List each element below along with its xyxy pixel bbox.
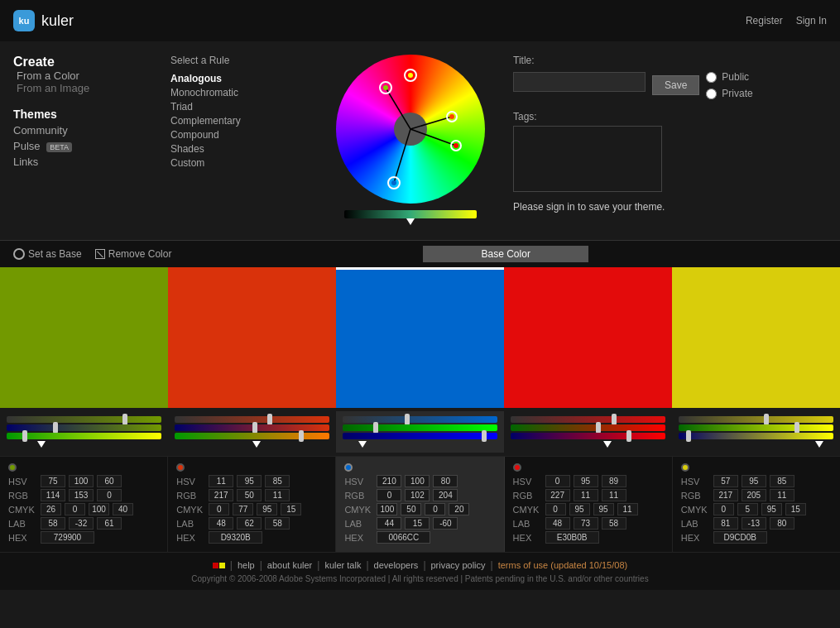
kuler-talk-link[interactable]: kuler talk xyxy=(324,560,361,570)
rgb-g-0[interactable] xyxy=(69,489,94,501)
rule-monochromatic[interactable]: Monochromatic xyxy=(170,87,328,98)
rule-custom[interactable]: Custom xyxy=(170,157,328,169)
rgb-b-0[interactable] xyxy=(97,489,122,501)
hsv-row-1: HSV xyxy=(176,475,327,487)
hsv-v-0[interactable] xyxy=(97,475,122,487)
color-selector-2[interactable] xyxy=(344,463,353,472)
terms-link[interactable]: terms of use (updated 10/15/08) xyxy=(498,560,628,570)
public-label: Public xyxy=(722,71,749,83)
hsv-row-0: HSV xyxy=(8,475,159,487)
svg-line-2 xyxy=(410,129,456,146)
lab-row-0: LAB xyxy=(8,517,159,530)
privacy-link[interactable]: privacy policy xyxy=(431,560,486,570)
wheel-panel xyxy=(328,55,493,227)
color-info-0: HSV RGB CMYK LAB HEX xyxy=(0,457,168,552)
swatch-1[interactable] xyxy=(168,267,336,408)
hsv-s-0[interactable] xyxy=(69,475,94,487)
footer-links: | help | about kuler | kuler talk | deve… xyxy=(13,559,827,571)
swatch-sliders-0 xyxy=(0,411,168,453)
adobe-icon xyxy=(213,563,225,568)
swatch-4[interactable] xyxy=(672,267,840,408)
svg-point-9 xyxy=(449,114,454,119)
save-button[interactable]: Save xyxy=(652,75,699,95)
hex-row-2: HEX xyxy=(344,531,495,544)
rule-panel: Select a Rule Analogous Monochromatic Tr… xyxy=(170,55,328,227)
cmyk-row-2: CMYK xyxy=(344,503,495,515)
sign-in-link[interactable]: Sign In xyxy=(796,15,827,26)
rule-shades[interactable]: Shades xyxy=(170,143,328,155)
swatch-3[interactable] xyxy=(504,267,672,408)
logo-icon[interactable]: ku xyxy=(13,10,35,31)
hex-0[interactable] xyxy=(41,531,94,544)
create-title: Create xyxy=(13,55,170,70)
private-radio[interactable]: Private xyxy=(706,88,752,99)
right-panel: Title: Save Public Private Tags: Please … xyxy=(493,55,827,227)
hsv-row-2: HSV xyxy=(344,475,495,487)
lab-row-2: LAB xyxy=(344,517,495,530)
create-from-image[interactable]: From an Image xyxy=(17,82,170,94)
color-selector-0[interactable] xyxy=(8,463,17,472)
public-radio[interactable]: Public xyxy=(706,71,752,83)
cmyk-row-0: CMYK xyxy=(8,503,159,515)
logo-area: ku kuler xyxy=(13,10,74,31)
about-link[interactable]: about kuler xyxy=(267,560,312,570)
create-from-color[interactable]: From a Color xyxy=(17,70,170,82)
lab-row-1: LAB xyxy=(176,517,327,530)
svg-line-1 xyxy=(410,117,452,129)
pulse-link[interactable]: Pulse BETA xyxy=(13,140,170,152)
tags-input[interactable] xyxy=(513,126,662,192)
private-label: Private xyxy=(722,88,752,99)
swatch-2[interactable] xyxy=(336,267,504,408)
color-selector-3[interactable] xyxy=(513,463,521,472)
svg-point-13 xyxy=(391,180,396,185)
set-as-base-button[interactable]: Set as Base xyxy=(13,248,82,260)
left-panel: Create From a Color From an Image Themes… xyxy=(13,55,170,227)
header: ku kuler Register Sign In xyxy=(0,0,840,41)
title-input[interactable] xyxy=(513,72,646,92)
sign-in-message: Please sign in to save your theme. xyxy=(513,201,827,213)
lab-row-3: LAB xyxy=(513,517,664,530)
sliders-section xyxy=(0,408,840,456)
cmyk-row-1: CMYK xyxy=(176,503,327,515)
rule-compound[interactable]: Compound xyxy=(170,129,328,141)
rule-list: Analogous Monochromatic Triad Complement… xyxy=(170,73,328,169)
links-link[interactable]: Links xyxy=(13,156,170,168)
swatch-0[interactable] xyxy=(0,267,168,408)
title-label: Title: xyxy=(513,55,827,66)
color-info-4: HSV RGB CMYK LAB HEX xyxy=(673,457,840,552)
logo-text: kuler xyxy=(41,12,74,30)
rule-triad[interactable]: Triad xyxy=(170,101,328,113)
svg-line-0 xyxy=(386,88,410,129)
cmyk-row-4: CMYK xyxy=(681,503,832,515)
rule-analogous[interactable]: Analogous xyxy=(170,73,328,84)
save-row: Save Public Private xyxy=(513,70,827,101)
swatch-sliders-4 xyxy=(672,411,840,453)
remove-icon xyxy=(95,249,105,259)
svg-point-5 xyxy=(383,85,388,90)
cmyk-row-3: CMYK xyxy=(513,503,664,515)
rgb-row-0: RGB xyxy=(8,489,159,501)
swatches-container xyxy=(0,267,840,408)
rgb-row-1: RGB xyxy=(176,489,327,501)
hsv-h-0[interactable] xyxy=(41,475,65,487)
developers-link[interactable]: developers xyxy=(374,560,419,570)
swatch-sliders-1 xyxy=(168,411,336,453)
color-selector-1[interactable] xyxy=(176,463,185,472)
base-color-label: Base Color xyxy=(423,246,588,262)
color-selector-4[interactable] xyxy=(681,463,689,472)
footer-copyright: Copyright © 2006-2008 Adobe Systems Inco… xyxy=(13,574,827,583)
rule-complementary[interactable]: Complementary xyxy=(170,115,328,127)
hex-row-1: HEX xyxy=(176,531,327,544)
community-link[interactable]: Community xyxy=(13,124,170,137)
rgb-r-0[interactable] xyxy=(41,489,65,501)
help-link[interactable]: help xyxy=(238,560,255,570)
color-wheel[interactable] xyxy=(336,55,485,204)
themes-link[interactable]: Themes xyxy=(13,108,170,121)
swatch-sliders-3 xyxy=(504,411,672,453)
rgb-row-3: RGB xyxy=(513,489,664,501)
register-link[interactable]: Register xyxy=(746,15,783,26)
left-nav: Themes Community Pulse BETA Links xyxy=(13,108,170,168)
header-nav: Register Sign In xyxy=(746,15,827,26)
remove-color-button[interactable]: Remove Color xyxy=(95,248,172,260)
hsv-row-4: HSV xyxy=(681,475,832,487)
